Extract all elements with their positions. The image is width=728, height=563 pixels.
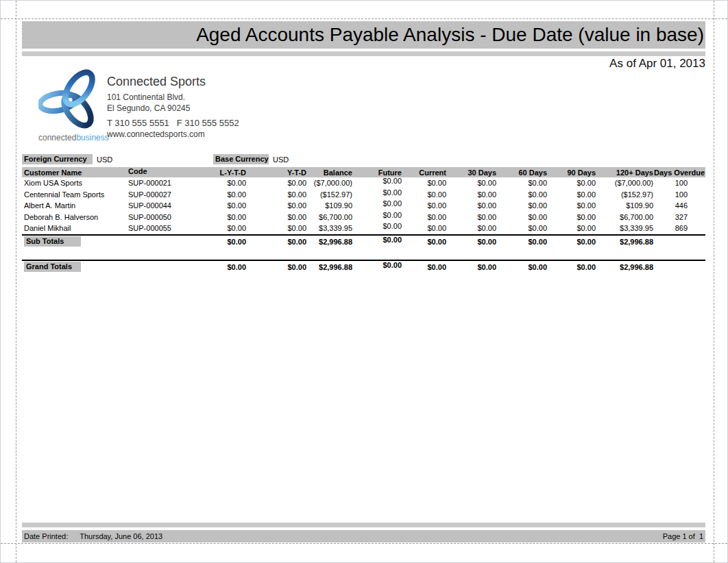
footer-thin-bar [22, 523, 705, 527]
table-cell: SUP-000027 [128, 190, 190, 199]
table-cell: $0.00 [402, 238, 446, 246]
table-cell: $0.00 [246, 263, 306, 271]
table-cell: $2,996.88 [306, 263, 352, 271]
table-row: Centennial Team SportsSUP-000027$0.00$0.… [22, 189, 705, 201]
table-row: Daniel MikhailSUP-000055$0.00$0.00$3,339… [22, 223, 705, 234]
table-cell: 120+ Days [596, 168, 653, 177]
table-cell: $0.00 [190, 190, 246, 199]
table-cell: 90 Days [547, 168, 596, 177]
table-cell: $0.00 [547, 190, 596, 199]
table-cell: SUP-000021 [128, 179, 190, 187]
table-cell: $3,339.95 [596, 224, 653, 232]
table-cell: Albert A. Martin [22, 201, 128, 210]
table-cell: $6,700.00 [306, 213, 352, 221]
table-cell: $0.00 [190, 238, 246, 246]
totals-label: Sub Totals [24, 236, 81, 247]
table-cell: $0.00 [496, 179, 547, 187]
totals-gap [22, 248, 705, 260]
table-cell: 60 Days [496, 168, 547, 177]
margin-guide-top [1, 18, 727, 19]
table-cell: $0.00 [547, 238, 596, 246]
table-cell: $0.00 [496, 201, 547, 210]
margin-guide-right [714, 1, 714, 562]
table-cell: $0.00 [352, 211, 402, 219]
table-cell: $0.00 [547, 201, 596, 210]
foreign-currency-label: Foreign Currency [22, 154, 93, 164]
table-cell: $0.00 [496, 213, 547, 221]
totals-label: Grand Totals [24, 262, 81, 272]
table-cell: Sub Totals [22, 236, 128, 247]
table-cell: $0.00 [402, 263, 446, 271]
title-underline-bar [22, 51, 705, 56]
footer-bar: Date Printed: Thursday, June 06, 2013 Pa… [22, 530, 705, 542]
table-cell: $0.00 [190, 263, 246, 271]
table-cell: $2,996.88 [306, 238, 352, 246]
margin-guide-bottom [1, 543, 727, 544]
table-cell: $0.00 [446, 179, 496, 187]
table-cell: $0.00 [547, 224, 596, 232]
table-cell: $6,700.00 [596, 213, 653, 221]
sub-totals-row: Sub Totals$0.00$0.00$2,996.88$0.00$0.00$… [22, 236, 705, 248]
table-cell: $0.00 [352, 261, 402, 269]
table-cell: $2,996.88 [596, 238, 653, 246]
table-cell: Customer Name [22, 168, 128, 177]
table-cell: $109.90 [306, 201, 352, 210]
table-cell: $0.00 [190, 224, 246, 232]
table-cell: $0.00 [446, 238, 496, 246]
table-cell: 327 [653, 213, 705, 221]
company-address2: El Segundo, CA 90245 [107, 103, 239, 114]
table-cell: $0.00 [446, 201, 496, 210]
table-cell: $0.00 [352, 222, 402, 230]
as-of-date: As of Apr 01, 2013 [22, 57, 705, 71]
table-cell: $0.00 [246, 224, 306, 232]
table-cell: 446 [653, 201, 705, 210]
table-cell: $0.00 [547, 179, 596, 187]
logo-caption: connectedbusiness [38, 133, 107, 142]
table-cell: $0.00 [496, 238, 547, 246]
company-address1: 101 Continental Blvd. [107, 92, 239, 103]
table-row: Deborah B. HalversonSUP-000050$0.00$0.00… [22, 212, 705, 223]
table-cell: $0.00 [190, 201, 246, 210]
table-cell: $0.00 [402, 179, 446, 187]
table-cell: $0.00 [352, 188, 402, 197]
table-cell: Y-T-D [246, 168, 306, 177]
table-cell: $0.00 [496, 263, 547, 271]
report-title: Aged Accounts Payable Analysis - Due Dat… [196, 24, 704, 45]
table-cell: ($152.97) [596, 190, 653, 199]
company-phone: T 310 555 5551 F 310 555 5552 [107, 117, 239, 129]
sub-totals: Sub Totals$0.00$0.00$2,996.88$0.00$0.00$… [22, 236, 705, 248]
base-currency-label: Base Currency [213, 154, 269, 164]
table-cell: $2,996.88 [596, 263, 653, 271]
table-body: Xiom USA SportsSUP-000021$0.00$0.00($7,0… [22, 177, 705, 234]
company-website: www.connectedsports.com [107, 129, 239, 140]
table-cell: $109.90 [596, 201, 653, 210]
logo-caption-connected: connected [38, 133, 76, 142]
table-cell: 100 [653, 190, 705, 199]
grand-totals-row: Grand Totals$0.00$0.00$2,996.88$0.00$0.0… [22, 261, 705, 273]
page-number: Page 1 of 1 [663, 530, 703, 542]
table-cell: $0.00 [446, 190, 496, 199]
table-cell: $0.00 [496, 224, 547, 232]
table-cell: ($7,000.00) [596, 179, 653, 187]
report-page: Aged Accounts Payable Analysis - Due Dat… [0, 0, 728, 563]
table-cell: $0.00 [352, 177, 402, 185]
base-currency-value: USD [273, 155, 289, 165]
table-cell: $0.00 [246, 190, 306, 199]
currency-row: Foreign Currency USD Base Currency USD [22, 154, 705, 164]
table-row: Xiom USA SportsSUP-000021$0.00$0.00($7,0… [22, 177, 705, 189]
grand-totals: Grand Totals$0.00$0.00$2,996.88$0.00$0.0… [22, 261, 705, 273]
table-cell: Current [402, 168, 446, 177]
table-cell: $0.00 [190, 213, 246, 221]
table-cell: Grand Totals [22, 262, 128, 272]
table-cell: 869 [653, 224, 705, 232]
table-cell: $0.00 [246, 179, 306, 187]
table-cell: $0.00 [402, 213, 446, 221]
table-cell: SUP-000044 [128, 201, 190, 210]
table-cell: $0.00 [446, 263, 496, 271]
table-header: Customer NameCodeL-Y-T-DY-T-DBalanceFutu… [22, 167, 705, 177]
table-cell: $0.00 [246, 201, 306, 210]
company-info: Connected Sports 101 Continental Blvd. E… [107, 74, 239, 140]
table-cell: ($7,000.00) [306, 179, 352, 187]
table-cell: $0.00 [402, 224, 446, 232]
table-cell: SUP-000050 [128, 213, 190, 221]
